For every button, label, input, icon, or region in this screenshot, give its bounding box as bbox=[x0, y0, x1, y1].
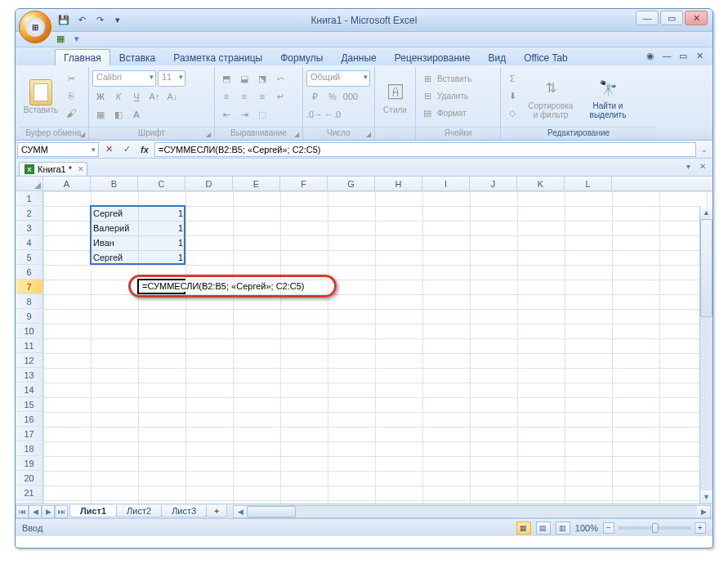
row-header-7[interactable]: 7 bbox=[16, 280, 43, 294]
horizontal-scrollbar[interactable]: ◀ ▶ bbox=[233, 505, 711, 518]
tab-data[interactable]: Данные bbox=[332, 49, 385, 65]
col-header-A[interactable]: A bbox=[43, 177, 91, 190]
sheet-tab-Лист3[interactable]: Лист3 bbox=[161, 505, 207, 517]
col-header-E[interactable]: E bbox=[233, 177, 280, 190]
grid-body[interactable]: 123456789101112131415161718192021222324 … bbox=[16, 191, 712, 504]
cells-area[interactable]: Сергей1Валерий1Иван1Сергей1=СУММЕСЛИ(B2:… bbox=[43, 191, 712, 504]
sheet-tab-Лист2[interactable]: Лист2 bbox=[116, 505, 162, 517]
undo-icon[interactable]: ↶ bbox=[74, 13, 89, 28]
row-header-15[interactable]: 15 bbox=[16, 397, 43, 412]
sheet-first-icon[interactable]: ⏮ bbox=[16, 505, 29, 518]
col-header-K[interactable]: K bbox=[517, 177, 565, 190]
sheet-next-icon[interactable]: ▶ bbox=[42, 505, 55, 518]
close-button[interactable]: ✕ bbox=[685, 11, 708, 25]
in-cell-formula[interactable]: =СУММЕСЛИ(B2:B5; «Сергей»; C2:C5) bbox=[140, 280, 307, 292]
zoom-slider[interactable] bbox=[618, 526, 691, 530]
tab-formulas[interactable]: Формулы bbox=[271, 49, 332, 65]
select-all-corner[interactable] bbox=[16, 177, 43, 190]
row-header-12[interactable]: 12 bbox=[16, 353, 43, 368]
cell-C3[interactable]: 1 bbox=[138, 221, 185, 235]
save-icon[interactable]: 💾 bbox=[56, 13, 71, 28]
office-button[interactable]: ⊞ bbox=[19, 11, 51, 43]
number-launcher-icon[interactable]: ◢ bbox=[364, 129, 373, 139]
view-page-layout-icon[interactable]: ▤ bbox=[536, 522, 551, 535]
row-header-4[interactable]: 4 bbox=[16, 235, 43, 250]
expand-formula-icon[interactable]: ⌄ bbox=[698, 145, 711, 154]
row-header-18[interactable]: 18 bbox=[16, 441, 43, 456]
row-header-21[interactable]: 21 bbox=[16, 486, 43, 500]
workbook-tab[interactable]: X Книга1 * ✕ bbox=[19, 162, 87, 176]
col-header-J[interactable]: J bbox=[470, 177, 517, 190]
wbtab-close-icon[interactable]: ✕ bbox=[696, 160, 709, 172]
row-header-3[interactable]: 3 bbox=[16, 221, 43, 235]
scroll-down-icon[interactable]: ▼ bbox=[700, 490, 712, 504]
cell-B2[interactable]: Сергей bbox=[91, 206, 138, 221]
zoom-out-button[interactable]: − bbox=[603, 522, 614, 534]
zoom-knob[interactable] bbox=[652, 523, 659, 533]
col-header-C[interactable]: C bbox=[138, 177, 185, 190]
minimize-button[interactable]: — bbox=[636, 11, 659, 25]
col-header-L[interactable]: L bbox=[565, 177, 612, 190]
alignment-launcher-icon[interactable]: ◢ bbox=[292, 129, 301, 139]
zoom-in-button[interactable]: + bbox=[695, 522, 706, 534]
scroll-left-icon[interactable]: ◀ bbox=[234, 506, 247, 517]
cancel-icon[interactable]: ✕ bbox=[100, 142, 117, 157]
cell-C2[interactable]: 1 bbox=[138, 206, 185, 221]
tab-home[interactable]: Главная bbox=[55, 49, 110, 65]
cell-B4[interactable]: Иван bbox=[91, 235, 138, 250]
help-icon[interactable]: ◉ bbox=[644, 49, 657, 62]
col-header-G[interactable]: G bbox=[328, 177, 375, 190]
new-sheet-button[interactable]: ✦ bbox=[206, 505, 227, 517]
fx-icon[interactable]: fx bbox=[136, 142, 153, 157]
enter-icon[interactable]: ✓ bbox=[118, 142, 135, 157]
wbtab-dropdown-icon[interactable]: ▾ bbox=[681, 160, 695, 172]
row-header-2[interactable]: 2 bbox=[16, 206, 43, 221]
clipboard-launcher-icon[interactable]: ◢ bbox=[78, 129, 87, 139]
col-header-F[interactable]: F bbox=[280, 177, 328, 190]
row-header-9[interactable]: 9 bbox=[16, 309, 43, 324]
workbook-icon[interactable]: ▦ bbox=[56, 34, 69, 45]
row-header-1[interactable]: 1 bbox=[16, 191, 43, 206]
qat-customize-icon[interactable]: ▾ bbox=[110, 13, 125, 28]
row-header-11[interactable]: 11 bbox=[16, 338, 43, 353]
row-header-17[interactable]: 17 bbox=[16, 427, 43, 441]
col-header-B[interactable]: B bbox=[91, 177, 138, 190]
cell-B3[interactable]: Валерий bbox=[91, 221, 138, 235]
row-header-14[interactable]: 14 bbox=[16, 383, 43, 397]
col-header-I[interactable]: I bbox=[422, 177, 470, 190]
qat2-dropdown-icon[interactable]: ▾ bbox=[74, 34, 87, 45]
workbook-tab-close-icon[interactable]: ✕ bbox=[78, 165, 84, 173]
mdi-restore-icon[interactable]: ▭ bbox=[677, 49, 690, 62]
row-header-13[interactable]: 13 bbox=[16, 368, 43, 383]
find-select-button[interactable]: 🔭 Найти и выделить bbox=[581, 70, 635, 125]
mdi-close-icon[interactable]: ✕ bbox=[693, 49, 706, 62]
row-header-5[interactable]: 5 bbox=[16, 250, 43, 265]
name-box[interactable]: СУММ bbox=[17, 142, 99, 157]
row-header-19[interactable]: 19 bbox=[16, 456, 43, 471]
row-header-16[interactable]: 16 bbox=[16, 412, 43, 427]
view-page-break-icon[interactable]: ▥ bbox=[556, 522, 570, 535]
tab-office-tab[interactable]: Office Tab bbox=[515, 49, 577, 65]
hscroll-thumb[interactable] bbox=[247, 506, 296, 517]
sheet-tab-Лист1[interactable]: Лист1 bbox=[69, 505, 117, 517]
scroll-right-icon[interactable]: ▶ bbox=[697, 506, 710, 517]
sheet-prev-icon[interactable]: ◀ bbox=[29, 505, 42, 518]
mdi-minimize-icon[interactable]: — bbox=[660, 49, 673, 62]
tab-view[interactable]: Вид bbox=[479, 49, 515, 65]
col-header-H[interactable]: H bbox=[375, 177, 422, 190]
row-header-20[interactable]: 20 bbox=[16, 471, 43, 486]
vertical-scrollbar[interactable]: ▲ ▼ bbox=[699, 206, 712, 504]
vscroll-thumb[interactable] bbox=[700, 219, 712, 317]
row-header-8[interactable]: 8 bbox=[16, 294, 43, 309]
row-header-6[interactable]: 6 bbox=[16, 265, 43, 280]
tab-review[interactable]: Рецензирование bbox=[386, 49, 480, 65]
font-launcher-icon[interactable]: ◢ bbox=[203, 129, 213, 139]
tab-page-layout[interactable]: Разметка страницы bbox=[164, 49, 271, 65]
cell-C4[interactable]: 1 bbox=[138, 235, 185, 250]
col-header-D[interactable]: D bbox=[185, 177, 233, 190]
sheet-last-icon[interactable]: ⏭ bbox=[55, 505, 68, 518]
view-normal-icon[interactable]: ▦ bbox=[516, 522, 531, 535]
redo-icon[interactable]: ↷ bbox=[92, 13, 107, 28]
cell-C5[interactable]: 1 bbox=[138, 250, 185, 265]
formula-input[interactable]: =СУММЕСЛИ(B2:B5; «Сергей»; C2:C5) bbox=[154, 142, 696, 157]
